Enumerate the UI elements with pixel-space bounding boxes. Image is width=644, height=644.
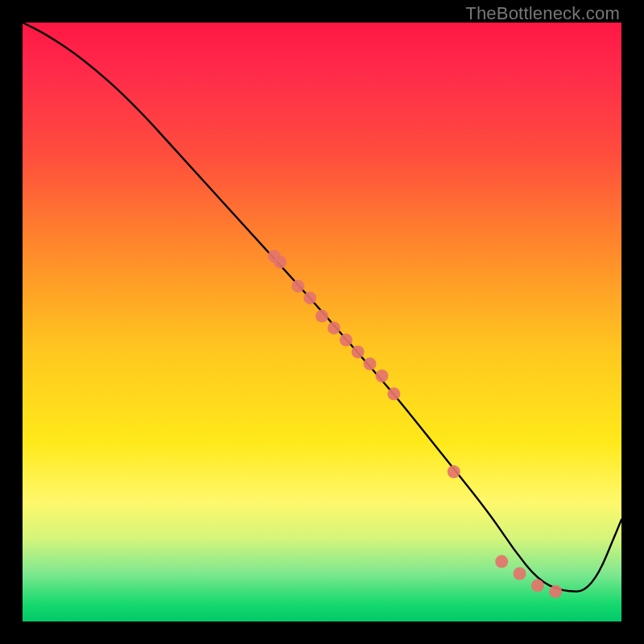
data-point <box>328 321 341 334</box>
data-point <box>531 579 544 592</box>
data-point <box>340 333 353 346</box>
data-point <box>364 357 377 370</box>
data-point <box>352 345 365 358</box>
chart-svg <box>23 23 621 621</box>
chart-frame: TheBottleneck.com <box>0 0 644 644</box>
watermark-text: TheBottleneck.com <box>465 3 620 24</box>
data-point <box>375 369 388 382</box>
data-point <box>291 279 304 292</box>
curve-line <box>23 23 621 592</box>
scatter-dots <box>268 250 563 598</box>
plot-area <box>23 23 621 621</box>
data-point <box>316 310 328 323</box>
data-point <box>274 256 287 269</box>
data-point <box>303 291 316 304</box>
data-point <box>495 555 508 568</box>
data-point <box>549 585 562 598</box>
data-point <box>514 568 526 580</box>
data-point <box>448 465 460 478</box>
data-point <box>387 387 400 400</box>
